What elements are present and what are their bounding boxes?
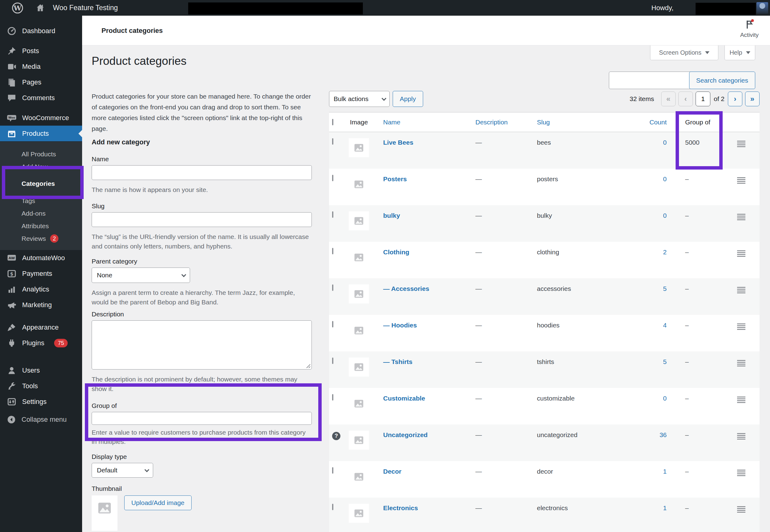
products-icon [7, 129, 17, 139]
drag-handle-icon[interactable] [737, 506, 745, 513]
submenu-item-reviews[interactable]: Reviews2 [0, 232, 82, 245]
next-page-button[interactable]: › [728, 92, 742, 106]
category-name-link[interactable]: Electronics [383, 504, 418, 511]
collapse-menu-button[interactable]: Collapse menu [0, 412, 82, 427]
row-checkbox[interactable] [332, 394, 333, 401]
row-checkbox[interactable] [332, 321, 333, 327]
category-name-link[interactable]: Customizable [383, 395, 425, 402]
user-avatar[interactable] [756, 2, 768, 14]
sidebar-item-appearance[interactable]: Appearance [0, 319, 82, 335]
slug-field[interactable] [92, 212, 312, 227]
drag-handle-icon[interactable] [737, 397, 745, 403]
category-count-link[interactable]: 2 [663, 248, 667, 256]
name-field[interactable] [92, 165, 312, 180]
row-checkbox[interactable] [332, 467, 333, 474]
category-count-link[interactable]: 0 [663, 212, 667, 219]
category-name-link[interactable]: Posters [383, 175, 407, 182]
sidebar-item-marketing[interactable]: Marketing [0, 297, 82, 313]
sidebar-item-dashboard[interactable]: Dashboard [0, 23, 82, 39]
prev-page-button[interactable]: ‹ [678, 92, 693, 106]
sidebar-item-payments[interactable]: $Payments [0, 266, 82, 281]
submenu-item-categories[interactable]: Categories [0, 173, 82, 194]
category-description: — [475, 468, 482, 475]
help-tab[interactable]: Help [725, 45, 755, 60]
drag-handle-icon[interactable] [737, 323, 745, 330]
category-group-of-value: – [685, 212, 689, 219]
search-categories-button[interactable]: Search categories [689, 72, 755, 89]
drag-handle-icon[interactable] [737, 360, 745, 366]
sidebar-item-comments[interactable]: Comments [0, 90, 82, 106]
thumb-icon [354, 180, 363, 188]
category-count-link[interactable]: 5 [663, 358, 667, 365]
row-checkbox[interactable] [332, 175, 333, 181]
parent-category-select[interactable]: None [92, 268, 190, 283]
sidebar-item-users[interactable]: Users [0, 362, 82, 378]
current-page-input[interactable] [696, 92, 710, 106]
column-header-name[interactable]: Name [383, 119, 475, 126]
category-thumbnail [349, 248, 369, 267]
sidebar-item-woocommerce[interactable]: WooWooCommerce [0, 110, 82, 126]
activity-button[interactable]: Activity [736, 19, 763, 38]
submenu-item-tags[interactable]: Tags [0, 194, 82, 207]
last-page-button[interactable]: » [745, 92, 760, 106]
drag-handle-icon[interactable] [737, 470, 745, 476]
sidebar-item-analytics[interactable]: Analytics [0, 281, 82, 297]
sidebar-item-posts[interactable]: Posts [0, 43, 82, 59]
display-type-select[interactable]: Default [92, 463, 153, 478]
apply-button[interactable]: Apply [393, 91, 423, 107]
row-checkbox[interactable] [332, 504, 333, 510]
drag-handle-icon[interactable] [737, 287, 745, 293]
drag-handle-icon[interactable] [737, 177, 745, 184]
search-categories-input[interactable] [609, 72, 697, 89]
category-count-link[interactable]: 1 [663, 468, 667, 475]
first-page-button[interactable]: « [661, 92, 676, 106]
column-header-count[interactable]: Count [639, 119, 672, 126]
row-checkbox[interactable] [332, 284, 333, 291]
category-name-link[interactable]: Live Bees [383, 139, 413, 146]
sidebar-item-automatewoo[interactable]: AWAutomateWoo [0, 250, 82, 266]
sidebar-item-products[interactable]: Products [0, 126, 82, 141]
sidebar-item-pages[interactable]: Pages [0, 74, 82, 90]
drag-handle-icon[interactable] [737, 141, 745, 147]
screen-options-tab[interactable]: Screen Options [650, 45, 718, 60]
description-field[interactable] [92, 320, 312, 370]
wordpress-logo-icon[interactable]: W [12, 2, 23, 14]
row-checkbox[interactable] [332, 138, 333, 145]
drag-handle-icon[interactable] [737, 433, 745, 440]
group-of-field[interactable] [92, 412, 312, 425]
sidebar-item-media[interactable]: Media [0, 59, 82, 74]
submenu-item-all-products[interactable]: All Products [0, 148, 82, 160]
category-count-link[interactable]: 0 [663, 139, 667, 146]
category-name-link[interactable]: — Tshirts [383, 358, 412, 365]
submenu-item-attributes[interactable]: Attributes [0, 220, 82, 232]
site-name-link[interactable]: Woo Feature Testing [53, 4, 118, 12]
category-count-link[interactable]: 0 [663, 395, 667, 402]
row-checkbox[interactable] [332, 358, 333, 364]
submenu-item-add-new[interactable]: Add New [0, 160, 82, 173]
row-checkbox[interactable] [332, 248, 333, 254]
column-header-description[interactable]: Description [475, 119, 537, 126]
drag-handle-icon[interactable] [737, 250, 745, 257]
bulk-actions-select[interactable]: Bulk actions [329, 91, 390, 107]
sidebar-item-plugins[interactable]: Plugins75 [0, 335, 82, 351]
category-name-link[interactable]: — Hoodies [383, 322, 417, 329]
submenu-item-add-ons[interactable]: Add-ons [0, 207, 82, 220]
category-name-link[interactable]: Clothing [383, 248, 409, 256]
category-count-link[interactable]: 36 [660, 431, 667, 438]
select-all-checkbox[interactable] [332, 119, 333, 125]
category-name-link[interactable]: Decor [383, 468, 402, 475]
column-header-slug[interactable]: Slug [537, 119, 639, 126]
category-count-link[interactable]: 0 [663, 175, 667, 182]
category-count-link[interactable]: 1 [663, 504, 667, 511]
category-name-link[interactable]: bulky [383, 212, 400, 219]
row-checkbox[interactable] [332, 211, 333, 218]
category-name-link[interactable]: — Accessories [383, 285, 429, 292]
sidebar-item-settings[interactable]: Settings [0, 394, 82, 409]
sidebar-item-tools[interactable]: Tools [0, 378, 82, 394]
category-description: — [475, 285, 482, 292]
category-count-link[interactable]: 5 [663, 285, 667, 292]
category-name-link[interactable]: Uncategorized [383, 431, 428, 438]
upload-add-image-button[interactable]: Upload/Add image [124, 495, 191, 510]
drag-handle-icon[interactable] [737, 214, 745, 220]
category-count-link[interactable]: 4 [663, 322, 667, 329]
